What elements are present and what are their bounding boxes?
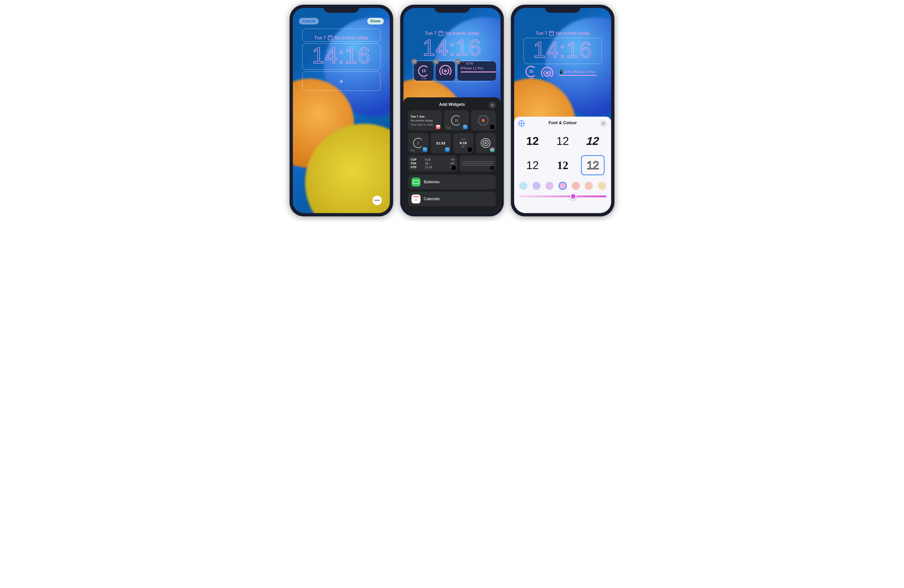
app-label: Batteries [424,180,439,184]
lockscreen-editor-1: Cancel Done Tue 7 No events today 14:16 … [293,8,390,213]
close-sheet-button[interactable]: ✕ [489,102,496,109]
colour-swatch[interactable] [598,182,606,190]
iphone-frame-1: Cancel Done Tue 7 No events today 14:16 … [289,5,393,216]
done-button[interactable]: Done [367,18,384,24]
clock-slot[interactable]: 14:16 [523,38,602,64]
screen-1: Cancel Done Tue 7 No events today 14:16 … [293,8,390,213]
suggest-aqi[interactable]: 2 AQI [408,133,428,153]
notch [545,5,580,13]
date-label: Tue 7 [536,31,547,36]
screen-3: Tue 7 No events today 14:16 15 5 16 📱 47… [514,8,611,213]
weather-temp: 15 [422,69,426,73]
notch [324,5,359,13]
suggest-city-time[interactable]: CUP 6:16 am [453,133,473,153]
remove-widget-button[interactable]: − [455,59,460,65]
widget-fitness[interactable]: − [436,61,455,81]
widget-weather[interactable]: 15 5 16 [525,66,537,80]
globe-icon[interactable] [518,120,525,126]
clock-app-icon [490,125,495,129]
sheet-title: Font & Colour [548,120,577,125]
widget-fitness[interactable] [541,67,553,79]
battery-bar [461,71,496,73]
colour-swatch[interactable] [545,182,553,190]
widget-add-slot[interactable]: + [302,71,381,91]
more-options-button[interactable]: ••• [373,196,382,205]
clock-app-icon [468,147,472,152]
weather-range: 5 16 [421,77,426,80]
activity-rings-icon [541,67,553,79]
iphone-frame-3: Tue 7 No events today 14:16 15 5 16 📱 47… [511,5,615,216]
font-option-2[interactable]: 12 [551,131,574,151]
close-sheet-button[interactable]: ✕ [600,120,607,127]
widget-suggestions-row1: Tue 7 Jun No events today Your day is cl… [408,110,496,131]
font-option-4[interactable]: 12 [521,155,544,175]
widget-tray: 15 5 16 📱 47% iPhone 11 Pro [525,66,600,80]
remove-widget-button[interactable]: − [411,59,417,65]
add-widgets-sheet: Add Widgets ✕ Tue 7 Jun No events today … [403,98,501,213]
screen-2: Tue 7 No events today 14:16 − 15 5 16 − [403,8,501,213]
font-options: 12 12 12 12 12 12 [518,129,607,180]
colour-swatch[interactable] [519,182,527,190]
batteries-icon [411,178,420,186]
app-row-calendar[interactable]: Calendar [408,192,496,206]
cancel-button[interactable]: Cancel [299,18,319,24]
suggest-city-list[interactable]: CUP6:16-8H TOK10:…+8H SYD11:16+9H [408,156,457,172]
city-table: CUP6:16-8H TOK10:…+8H SYD11:16+9H [411,158,455,169]
colour-swatch[interactable] [572,182,580,190]
events-label: No events today [335,35,369,41]
font-colour-sheet: Font & Colour ✕ 12 12 12 12 12 12 [514,117,611,213]
iphone-frame-2: Tue 7 No events today 14:16 − 15 5 16 − [400,5,504,216]
app-label: Calendar [424,197,440,201]
font-option-1[interactable]: 12 [521,131,544,151]
weather-app-icon [445,147,449,152]
calendar-icon [411,194,420,203]
suggest-cal-date: Tue 7 Jun [411,115,425,118]
date-widget-slot[interactable]: Tue 7 No events today [302,29,381,42]
date-label: Tue 7 [314,35,326,41]
clock-slot[interactable]: 14:16 [302,44,381,69]
colour-swatch[interactable] [533,182,541,190]
clock-time: 14:16 [409,37,495,58]
font-option-3[interactable]: 12 [581,131,605,151]
app-row-batteries[interactable]: Batteries [408,175,496,189]
colour-swatch[interactable] [585,182,593,190]
widget-battery[interactable]: − 📱 47% iPhone 11 Pro [457,61,496,81]
weather-app-icon [463,125,467,129]
suggest-silent[interactable]: 🔕 [471,110,496,131]
font-option-6[interactable]: 12 [581,155,605,175]
widget-suggestions-row3: CUP6:16-8H TOK10:…+8H SYD11:16+9H [408,156,496,172]
suggest-calendar[interactable]: Tue 7 Jun No events today Your day is cl… [408,110,442,131]
clock-time: 14:16 [302,45,380,66]
suggest-stocks[interactable] [460,156,496,172]
activity-rings-icon [439,65,452,77]
battery-percent: 📱 47% [461,61,473,66]
suggest-weather-range: 5 16 [446,126,451,129]
notch [435,5,469,13]
clock-app-icon [452,166,456,170]
plus-icon: + [339,77,344,86]
suggest-cal-line1: No events today [411,119,433,122]
slider-thumb[interactable] [570,193,577,200]
stocks-app-icon [490,166,495,170]
calendar-app-icon [436,125,440,129]
suggest-worldclock[interactable]: 21:53 [431,133,451,153]
fitness-app-icon [490,147,495,152]
suggest-weather[interactable]: 15 5 16 [444,110,469,131]
suggest-cal-line2: Your day is clear [411,123,433,126]
saturation-slider[interactable] [519,195,607,197]
weather-app-icon [423,147,427,152]
widget-battery[interactable]: 📱 47% iPhone 11 Pro [558,70,600,76]
widget-weather[interactable]: − 15 5 16 [414,61,433,81]
font-option-5[interactable]: 12 [551,155,574,175]
calendar-icon [328,36,333,40]
colour-swatches [518,180,607,194]
battery-bar [559,75,597,76]
colour-swatch[interactable] [559,182,567,190]
suggest-fitness[interactable] [476,133,496,153]
events-label: No events today [556,31,590,36]
battery-device: iPhone 11 Pro [461,66,483,70]
sheet-title: Add Widgets [439,102,465,107]
calendar-icon [549,31,554,36]
remove-widget-button[interactable]: − [433,59,439,65]
calendar-icon [439,31,443,36]
